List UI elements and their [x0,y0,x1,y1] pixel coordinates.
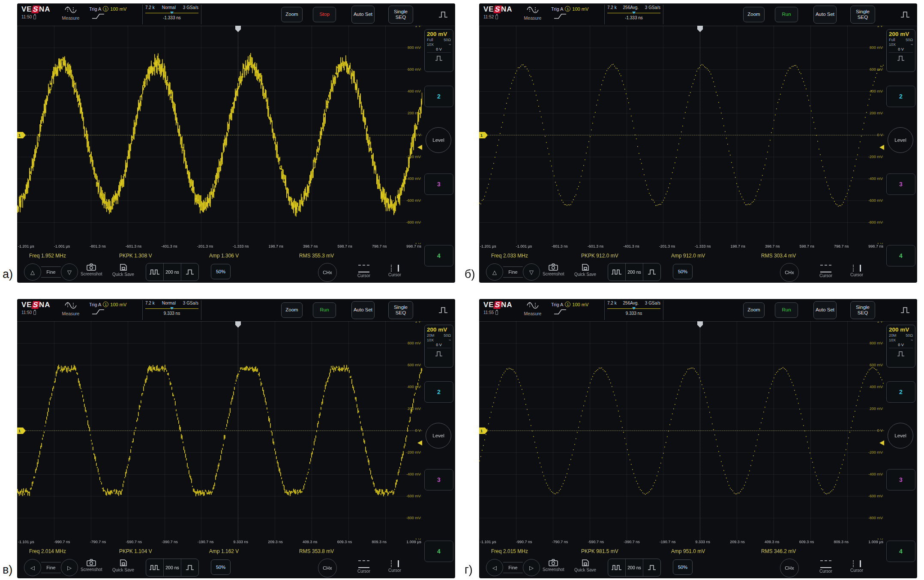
level-button[interactable]: Level [426,127,451,153]
trigger-percent-button[interactable]: 50% [673,264,693,279]
cursor-horizontal-button[interactable]: Cursor [819,265,832,278]
quick-save-button[interactable]: Quick Save [574,263,596,277]
trigger-info[interactable]: Trig A 1 100 mV [551,6,588,19]
clock-block: 11:50 [21,15,51,19]
quick-save-button[interactable]: Quick Save [112,263,134,277]
single-seq-button[interactable]: Single SEQ [850,301,875,319]
chx-button[interactable]: CHx [318,559,337,577]
run-stop-button[interactable]: Stop [313,7,336,22]
measure-button[interactable]: Measure [54,301,87,317]
channel3-button[interactable]: 3 [886,173,915,195]
channel1-settings[interactable]: 200 mV 20M50Ω 10X~ 0 V [886,325,915,368]
single-pulse-icon[interactable] [181,559,198,576]
auto-set-button[interactable]: Auto Set [813,6,837,24]
pulse-train-icon[interactable] [608,559,625,576]
pulse-train-icon[interactable] [608,263,625,281]
trigger-position-value: -1.333 ns [607,15,660,20]
cursor-horizontal-button[interactable]: Cursor [357,265,370,278]
cursor-vertical-icon [853,265,861,272]
fine-decrease-button[interactable]: △ [486,263,503,281]
voltage-tick-label: 400 mV [870,385,883,389]
level-button[interactable]: Level [888,423,913,448]
trigger-info[interactable]: Trig A 1 100 mV [551,302,588,315]
trigger-mode-icon[interactable] [434,6,453,23]
channel3-button[interactable]: 3 [424,173,453,195]
measure-button[interactable]: Measure [516,5,549,21]
fine-decrease-button[interactable]: △ [24,263,41,281]
auto-set-button[interactable]: Auto Set [351,6,375,24]
channel1-settings[interactable]: 200 mV Full50Ω 10X~ 0 V [886,29,915,72]
screenshot-button[interactable]: Screenshot [543,263,564,276]
single-seq-button[interactable]: Single SEQ [388,301,413,319]
quick-save-button[interactable]: Quick Save [112,559,134,572]
trigger-info[interactable]: Trig A 1 100 mV [89,302,126,315]
fine-increase-button[interactable]: ▽ [61,263,78,281]
fine-decrease-button[interactable]: ◁ [24,559,41,576]
chx-button[interactable]: CHx [780,263,799,282]
cursor-vertical-button[interactable]: Cursor [388,560,401,573]
channel2-button[interactable]: 2 [424,381,453,403]
channel2-button[interactable]: 2 [424,86,453,107]
time-tick-label: -1.101 µs [480,540,496,547]
quick-save-button[interactable]: Quick Save [574,559,596,572]
trigger-percent-button[interactable]: 50% [211,559,231,575]
zoom-button[interactable]: Zoom [743,7,765,22]
single-seq-button[interactable]: Single SEQ [388,6,413,24]
channel1-settings[interactable]: 200 mV Full50Ω 10X~ 0 V [424,29,453,72]
chx-button[interactable]: CHx [318,263,337,282]
channel3-button[interactable]: 3 [424,469,453,490]
channel2-button[interactable]: 2 [886,381,915,403]
screenshot-button[interactable]: Screenshot [81,559,102,572]
zoom-button[interactable]: Zoom [281,302,303,318]
pulse-train-icon[interactable] [146,263,163,281]
cursor-label: Cursor [850,568,863,573]
trigger-mode-icon[interactable] [896,302,915,319]
auto-set-button[interactable]: Auto Set [351,301,375,319]
trigger-info[interactable]: Trig A 1 100 mV [89,6,126,19]
zoom-button[interactable]: Zoom [743,302,765,318]
timebase-value[interactable]: 200 ns [163,263,181,281]
cursor-vertical-button[interactable]: Cursor [388,265,401,277]
acquisition-box[interactable]: 7.2 k 256Avg. 3 GSa/s -1.333 ns [604,5,663,24]
screenshot-button[interactable]: Screenshot [543,559,564,572]
timebase-value[interactable]: 200 ns [625,263,643,281]
time-tick-label: 809.3 ns [834,540,849,547]
zoom-button[interactable]: Zoom [281,7,303,22]
fine-increase-button[interactable]: ▷ [523,559,540,576]
acquisition-box[interactable]: 7.2 k Normal 3 GSa/s -1.333 ns [142,5,201,24]
screenshot-button[interactable]: Screenshot [81,263,102,276]
chx-button[interactable]: CHx [780,559,799,577]
level-button[interactable]: Level [888,127,913,153]
single-pulse-icon[interactable] [643,559,660,576]
fine-decrease-button[interactable]: ◁ [486,559,503,576]
acquisition-box[interactable]: 7.2 k Normal 3 GSa/s 9.333 ns [142,300,201,320]
cursor-label: Cursor [819,569,832,574]
trigger-mode-icon[interactable] [896,6,915,23]
channel1-settings[interactable]: 200 mV 20M50Ω 10X~ 0 V [424,325,453,368]
auto-set-button[interactable]: Auto Set [813,301,837,319]
cursor-horizontal-button[interactable]: Cursor [819,560,832,574]
timebase-value[interactable]: 200 ns [625,559,643,576]
fine-increase-button[interactable]: ▷ [61,559,78,576]
single-pulse-icon[interactable] [181,263,198,281]
cursor-vertical-button[interactable]: Cursor [850,265,863,277]
run-stop-button[interactable]: Run [775,7,798,22]
trigger-mode-icon[interactable] [434,302,453,319]
level-button[interactable]: Level [426,423,451,448]
run-stop-button[interactable]: Run [775,302,798,318]
trigger-percent-button[interactable]: 50% [211,264,231,279]
pulse-train-icon[interactable] [146,559,163,576]
run-stop-button[interactable]: Run [313,302,336,318]
measure-button[interactable]: Measure [516,301,549,317]
measure-button[interactable]: Measure [54,5,87,21]
single-seq-button[interactable]: Single SEQ [850,6,875,24]
channel2-button[interactable]: 2 [886,86,915,107]
cursor-horizontal-button[interactable]: Cursor [357,560,370,574]
trigger-percent-button[interactable]: 50% [673,559,693,575]
single-pulse-icon[interactable] [643,263,660,281]
cursor-vertical-button[interactable]: Cursor [850,560,863,573]
timebase-value[interactable]: 200 ns [163,559,181,576]
channel3-button[interactable]: 3 [886,469,915,490]
fine-increase-button[interactable]: ▽ [523,263,540,281]
acquisition-box[interactable]: 7.2 k 256Avg. 3 GSa/s 9.333 ns [604,300,663,320]
